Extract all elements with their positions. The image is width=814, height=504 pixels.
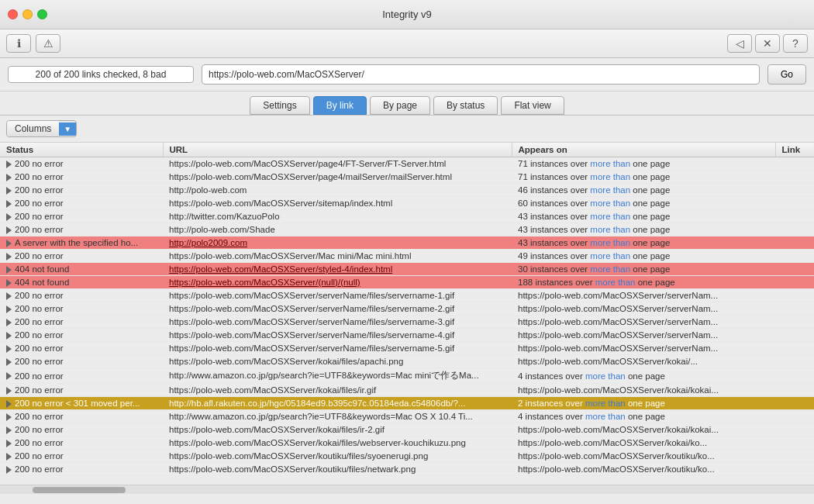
table-row[interactable]: 200 no errorhttps://polo-web.com/MacOSXS… (0, 197, 814, 210)
row-expand-icon[interactable] (6, 400, 12, 408)
url-cell[interactable]: http://www.amazon.co.jp/gp/search?ie=UTF… (163, 410, 512, 423)
back-button[interactable]: ◁ (727, 34, 752, 53)
table-row[interactable]: 200 no errorhttps://polo-web.com/MacOSXS… (0, 157, 814, 171)
table-row[interactable]: 200 no errorhttps://polo-web.com/MacOSXS… (0, 384, 814, 397)
horizontal-scrollbar[interactable] (0, 485, 814, 494)
row-expand-icon[interactable] (6, 358, 12, 366)
help-button[interactable]: ? (783, 34, 808, 53)
table-row[interactable]: 200 no error < 301 moved per...http://hb… (0, 397, 814, 410)
row-expand-icon[interactable] (6, 332, 12, 340)
tab-settings[interactable]: Settings (250, 96, 309, 115)
link-cell[interactable] (775, 450, 814, 463)
row-expand-icon[interactable] (6, 413, 12, 421)
url-input[interactable] (202, 64, 760, 85)
table-row[interactable]: 200 no errorhttps://polo-web.com/MacOSXS… (0, 355, 814, 368)
url-cell[interactable]: https://polo-web.com/MacOSXServer/server… (163, 302, 512, 316)
row-expand-icon[interactable] (6, 440, 12, 447)
row-expand-icon[interactable] (6, 387, 12, 395)
link-cell[interactable] (775, 368, 814, 384)
link-cell[interactable] (775, 210, 814, 223)
url-cell[interactable]: http://www.amazon.co.jp/gp/search?ie=UTF… (163, 368, 512, 384)
link-cell[interactable] (775, 355, 814, 368)
row-expand-icon[interactable] (6, 306, 12, 313)
tab-by-link[interactable]: By link (313, 96, 367, 115)
columns-arrow-icon[interactable]: ▼ (59, 123, 76, 136)
link-cell[interactable] (775, 397, 814, 410)
scrollbar-thumb[interactable] (33, 487, 126, 493)
row-expand-icon[interactable] (6, 466, 12, 474)
url-cell[interactable]: http://twitter.com/KazuoPolo (163, 210, 512, 223)
link-cell[interactable] (775, 302, 814, 316)
link-cell[interactable] (775, 423, 814, 437)
row-expand-icon[interactable] (6, 253, 12, 261)
table-row[interactable]: 200 no errorhttp://twitter.com/KazuoPolo… (0, 210, 814, 223)
row-expand-icon[interactable] (6, 453, 12, 461)
link-cell[interactable] (775, 184, 814, 197)
row-expand-icon[interactable] (6, 174, 12, 181)
url-cell[interactable]: http://hb.afl.rakuten.co.jp/hgc/05184ed9… (163, 397, 512, 410)
table-row[interactable]: 200 no errorhttp://www.amazon.co.jp/gp/s… (0, 410, 814, 423)
table-row[interactable]: 200 no errorhttps://polo-web.com/MacOSXS… (0, 463, 814, 476)
link-cell[interactable] (775, 250, 814, 263)
link-cell[interactable] (775, 329, 814, 342)
row-expand-icon[interactable] (6, 372, 12, 380)
row-expand-icon[interactable] (6, 187, 12, 195)
url-cell[interactable]: https://polo-web.com/MacOSXServer/page4/… (163, 171, 512, 184)
link-cell[interactable] (775, 276, 814, 289)
link-cell[interactable] (775, 437, 814, 450)
row-expand-icon[interactable] (6, 426, 12, 434)
minimize-button[interactable] (22, 9, 33, 19)
maximize-button[interactable] (37, 9, 47, 19)
warning-button[interactable]: ⚠ (36, 34, 60, 53)
table-row[interactable]: 200 no errorhttps://polo-web.com/MacOSXS… (0, 437, 814, 450)
table-container[interactable]: Status URL Appears on Link 200 no errorh… (0, 143, 814, 485)
table-row[interactable]: 200 no errorhttps://polo-web.com/MacOSXS… (0, 289, 814, 302)
info-button[interactable]: ℹ (6, 34, 31, 53)
url-cell[interactable]: https://polo-web.com/MacOSXServer/Mac mi… (163, 250, 512, 263)
link-cell[interactable] (775, 223, 814, 236)
tab-flat-view[interactable]: Flat view (501, 96, 564, 115)
link-cell[interactable] (775, 236, 814, 250)
link-cell[interactable] (775, 384, 814, 397)
url-cell[interactable]: https://polo-web.com/MacOSXServer/server… (163, 316, 512, 329)
row-expand-icon[interactable] (6, 345, 12, 353)
url-cell[interactable]: http://polo-web.com (163, 184, 512, 197)
link-cell[interactable] (775, 197, 814, 210)
table-row[interactable]: 200 no errorhttps://polo-web.com/MacOSXS… (0, 171, 814, 184)
tab-by-page[interactable]: By page (370, 96, 430, 115)
url-cell[interactable]: http://polo-web.com/Shade (163, 223, 512, 236)
url-cell[interactable]: https://polo-web.com/MacOSXServer/(null)… (163, 276, 512, 289)
table-row[interactable]: 200 no errorhttps://polo-web.com/MacOSXS… (0, 450, 814, 463)
url-cell[interactable]: https://polo-web.com/MacOSXServer/kokai/… (163, 423, 512, 437)
url-cell[interactable]: https://polo-web.com/MacOSXServer/server… (163, 329, 512, 342)
row-expand-icon[interactable] (6, 279, 12, 287)
url-cell[interactable]: https://polo-web.com/MacOSXServer/kokai/… (163, 355, 512, 368)
table-row[interactable]: 200 no errorhttps://polo-web.com/MacOSXS… (0, 329, 814, 342)
table-row[interactable]: 200 no errorhttp://polo-web.com/Shade43 … (0, 223, 814, 236)
link-cell[interactable] (775, 342, 814, 355)
table-row[interactable]: A server with the specified ho...http://… (0, 236, 814, 250)
row-expand-icon[interactable] (6, 266, 12, 274)
settings-button[interactable]: ✕ (755, 34, 780, 53)
close-button[interactable] (8, 9, 18, 19)
table-row[interactable]: 200 no errorhttps://polo-web.com/MacOSXS… (0, 316, 814, 329)
link-cell[interactable] (775, 157, 814, 171)
url-cell[interactable]: https://polo-web.com/MacOSXServer/server… (163, 342, 512, 355)
url-cell[interactable]: https://polo-web.com/MacOSXServer/server… (163, 289, 512, 302)
url-cell[interactable]: https://polo-web.com/MacOSXServer/styled… (163, 263, 512, 276)
link-cell[interactable] (775, 463, 814, 476)
url-cell[interactable]: https://polo-web.com/MacOSXServer/koutik… (163, 463, 512, 476)
link-cell[interactable] (775, 171, 814, 184)
row-expand-icon[interactable] (6, 292, 12, 300)
row-expand-icon[interactable] (6, 240, 12, 247)
url-cell[interactable]: https://polo-web.com/MacOSXServer/koutik… (163, 450, 512, 463)
go-button[interactable]: Go (767, 64, 806, 85)
table-row[interactable]: 200 no errorhttps://polo-web.com/MacOSXS… (0, 342, 814, 355)
link-cell[interactable] (775, 263, 814, 276)
url-cell[interactable]: http://polo2009.com (163, 236, 512, 250)
table-row[interactable]: 200 no errorhttps://polo-web.com/MacOSXS… (0, 423, 814, 437)
table-row[interactable]: 404 not foundhttps://polo-web.com/MacOSX… (0, 276, 814, 289)
table-row[interactable]: 200 no errorhttps://polo-web.com/MacOSXS… (0, 250, 814, 263)
row-expand-icon[interactable] (6, 161, 12, 168)
url-cell[interactable]: https://polo-web.com/MacOSXServer/kokai/… (163, 437, 512, 450)
